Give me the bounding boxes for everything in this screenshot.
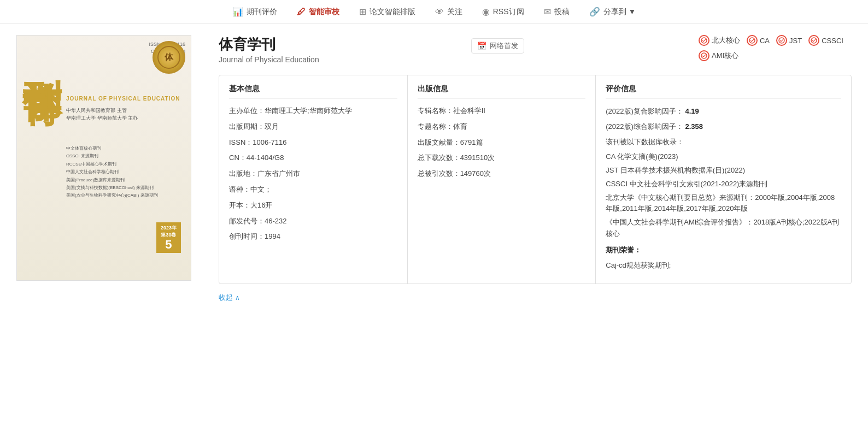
badge-text-pkucore: 北大核心	[712, 36, 740, 45]
toolbar-label-pingji: 期刊评价	[247, 7, 277, 17]
toolbar-icon-guanzhu: 👁	[435, 7, 444, 17]
basic-info-row: 邮发代号：46-232	[229, 216, 397, 227]
cover-badge-6: 美国(文摘与科技数据)(EBSCOhost) 来源期刊	[66, 184, 158, 192]
cover-title-cn: 体育学刊	[22, 52, 62, 227]
toolbar-label-paiban: 论文智能排版	[370, 7, 415, 17]
toolbar-label-tougao: 投稿	[554, 7, 570, 17]
pub-info-row: 总下载次数：4391510次	[418, 152, 586, 164]
toolbar-item-guanzhu[interactable]: 👁关注	[435, 7, 462, 17]
toolbar-icon-rss: ◉	[482, 7, 490, 17]
journal-header: 体育学刊 Journal of Physical Education 📅 网络首…	[219, 35, 852, 64]
cover-org2: 华南理工大学 华南师范大学 主办	[66, 115, 138, 121]
cover-issue-num: 5	[161, 239, 177, 251]
badges-row: 北大核心 CA JST	[699, 35, 852, 61]
toolbar-label-shenhe: 智能审校	[309, 7, 339, 17]
toolbar-item-fenxiang[interactable]: 🔗分享到 ▼	[589, 7, 636, 17]
composite-value: 2.358	[685, 122, 703, 131]
badge-ca: CA	[747, 35, 770, 46]
honor-row: 期刊荣誉：	[606, 244, 841, 256]
badge-icon-jst	[776, 35, 787, 46]
pub-info-col: 出版信息 专辑名称：社会科学II专题名称：体育出版文献量：6791篇总下载次数：…	[408, 75, 596, 284]
collapse-arrow-icon: ∧	[235, 294, 240, 302]
svg-point-2	[701, 38, 707, 43]
pub-info-rows: 专辑名称：社会科学II专题名称：体育出版文献量：6791篇总下载次数：43915…	[418, 105, 586, 180]
toolbar: 📊期刊评价🖊智能审校⊞论文智能排版👁关注◉RSS订阅✉投稿🔗分享到 ▼	[0, 0, 868, 24]
cover-subtitle: JOURNAL OF PHYSICAL EDUCATION	[66, 96, 180, 102]
badge-icon-ca	[747, 35, 758, 46]
toolbar-label-fenxiang: 分享到 ▼	[603, 7, 636, 17]
pub-info-row: 专题名称：体育	[418, 121, 586, 133]
toolbar-item-rss[interactable]: ◉RSS订阅	[482, 7, 524, 17]
collapse-label: 收起	[219, 293, 233, 303]
badge-text-ca: CA	[760, 37, 770, 45]
badge-pkucore: 北大核心	[699, 35, 740, 46]
basic-info-row: 主办单位：华南理工大学;华南师范大学	[229, 105, 397, 117]
cover-org1: 中华人民共和国教育部 主管	[66, 108, 127, 113]
cover-inner: ISSN 1006-7116 CN 44-1404/G8 体 体育学刊 JOUR…	[17, 36, 191, 280]
cover-issue: 2023年 第30卷 5	[156, 222, 181, 253]
badge-jst: JST	[776, 35, 802, 46]
eval-info-title: 评价信息	[606, 84, 841, 99]
impact-factor-row: (2022版)复合影响因子： 4.19	[606, 105, 841, 117]
basic-info-row: 语种：中文；	[229, 184, 397, 196]
calendar-icon: 📅	[477, 42, 486, 50]
svg-point-3	[749, 38, 755, 43]
db-list: CA 化学文摘(美)(2023)JST 日本科学技术振兴机构数据库(日)(202…	[606, 151, 841, 240]
badge-text-cssci: CSSCI	[822, 37, 843, 45]
badge-text-ami: AMI核心	[712, 51, 738, 61]
journal-cover: ISSN 1006-7116 CN 44-1404/G8 体 体育学刊 JOUR…	[16, 35, 191, 281]
toolbar-item-paiban[interactable]: ⊞论文智能排版	[359, 7, 415, 17]
basic-info-row: 出版周期：双月	[229, 121, 397, 133]
cover-badge-4: 中国人文社会科学核心期刊	[66, 168, 158, 176]
toolbar-icon-shenhe: 🖊	[297, 7, 306, 17]
badge-ami: AMI核心	[699, 50, 738, 61]
info-grid: 基本信息 主办单位：华南理工大学;华南师范大学出版周期：双月ISSN：1006-…	[219, 75, 852, 284]
collapse-button[interactable]: 收起 ∧	[219, 293, 852, 303]
honor-label: 期刊荣誉：	[606, 246, 641, 254]
pub-info-row: 出版文献量：6791篇	[418, 137, 586, 149]
db-list-item: 北京大学《中文核心期刊要目总览》来源期刊：2000年版,2004年版,2008年…	[606, 192, 841, 215]
cover-org: 中华人民共和国教育部 主管 华南理工大学 华南师范大学 主办	[66, 107, 138, 122]
basic-info-title: 基本信息	[229, 84, 397, 99]
cover-year: 2023年	[161, 225, 177, 231]
toolbar-icon-pingji: 📊	[232, 7, 243, 17]
cover-badges: 中文体育核心期刊 CSSCI 来源期刊 RCCSE中国核心学术期刊 中国人文社会…	[66, 145, 158, 200]
composite-factor-row: (2022版)综合影响因子： 2.358	[606, 121, 841, 133]
toolbar-icon-fenxiang: 🔗	[589, 7, 600, 17]
toolbar-icon-tougao: ✉	[544, 7, 551, 17]
svg-point-4	[779, 38, 784, 43]
svg-point-5	[811, 38, 817, 43]
cover-logo: 体	[153, 41, 185, 74]
page-wrapper: 📊期刊评价🖊智能审校⊞论文智能排版👁关注◉RSS订阅✉投稿🔗分享到 ▼ ISSN…	[0, 0, 868, 437]
cover-section: ISSN 1006-7116 CN 44-1404/G8 体 体育学刊 JOUR…	[16, 35, 213, 303]
main-content: ISSN 1006-7116 CN 44-1404/G8 体 体育学刊 JOUR…	[0, 24, 868, 314]
badge-icon-pkucore	[699, 35, 709, 46]
basic-info-row: 开本：大16开	[229, 200, 397, 211]
badge-icon-cssci	[808, 35, 819, 46]
honor-value: Caj-cd规范获奖期刊;	[606, 259, 841, 271]
toolbar-item-pingji[interactable]: 📊期刊评价	[232, 7, 277, 17]
toolbar-item-shenhe[interactable]: 🖊智能审校	[297, 7, 339, 17]
db-list-item: CA 化学文摘(美)(2023)	[606, 151, 841, 163]
toolbar-item-tougao[interactable]: ✉投稿	[544, 7, 570, 17]
journal-title-en: Journal of Physical Education	[219, 55, 319, 64]
svg-text:体: 体	[164, 52, 174, 62]
basic-info-row: CN：44-1404/G8	[229, 152, 397, 164]
online-first-badge[interactable]: 📅 网络首发	[471, 38, 524, 54]
cover-badge-7: 美国(农业与生物科学研究中心)(CABI) 来源期刊	[66, 192, 158, 199]
badge-text-jst: JST	[789, 37, 802, 45]
basic-info-rows: 主办单位：华南理工大学;华南师范大学出版周期：双月ISSN：1006-7116C…	[229, 105, 397, 243]
db-list-item: CSSCI 中文社会科学引文索引(2021-2022)来源期刊	[606, 179, 841, 190]
composite-label: (2022版)综合影响因子：	[606, 122, 683, 131]
cover-badge-3: RCCSE中国核心学术期刊	[66, 161, 158, 168]
basic-info-row: 出版地：广东省广州市	[229, 168, 397, 180]
journal-title-cn: 体育学刊	[219, 35, 319, 54]
badge-cssci: CSSCI	[808, 35, 843, 46]
cover-badge-5: 美国(Produce)数据库来源期刊	[66, 176, 158, 184]
db-list-item: JST 日本科学技术振兴机构数据库(日)(2022)	[606, 165, 841, 176]
info-section: 体育学刊 Journal of Physical Education 📅 网络首…	[213, 35, 852, 303]
basic-info-col: 基本信息 主办单位：华南理工大学;华南师范大学出版周期：双月ISSN：1006-…	[219, 75, 408, 284]
title-area: 体育学刊 Journal of Physical Education	[219, 35, 319, 64]
cover-badge-2: CSSCI 来源期刊	[66, 152, 158, 160]
toolbar-label-rss: RSS订阅	[493, 7, 524, 17]
